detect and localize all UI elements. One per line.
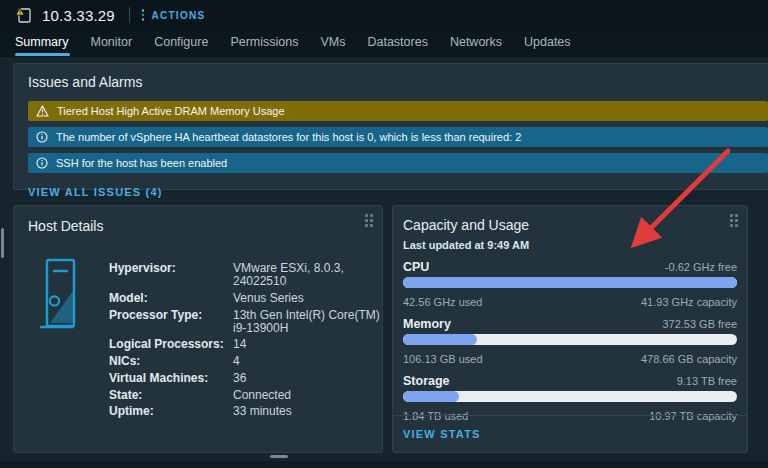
storage-usage-bar [403, 391, 737, 402]
cpu-usage-bar [403, 277, 737, 288]
vertical-scrollbar-thumb[interactable] [1, 228, 4, 258]
cpu-free-value: -0.62 GHz free [665, 261, 737, 273]
last-updated-text: Last updated at 9:49 AM [403, 239, 737, 251]
field-label: Model: [109, 292, 233, 305]
tab-networks[interactable]: Networks [439, 30, 513, 57]
tab-permissions[interactable]: Permissions [219, 30, 309, 57]
cpu-meter: CPU -0.62 GHz free 42.56 GHz used 41.93 … [403, 260, 737, 308]
field-row-hypervisor: Hypervisor: VMware ESXi, 8.0.3, 24022510 [109, 262, 381, 288]
host-details-body: Hypervisor: VMware ESXi, 8.0.3, 24022510… [28, 258, 368, 418]
tab-updates[interactable]: Updates [513, 30, 582, 57]
memory-label: Memory [403, 317, 451, 331]
field-label: State: [109, 389, 233, 402]
field-label: Uptime: [109, 405, 233, 418]
actions-button[interactable]: ACTIONS [151, 10, 205, 21]
field-row-state: State: Connected [109, 389, 381, 402]
field-row-uptime: Uptime: 33 minutes [109, 405, 381, 418]
storage-label: Storage [403, 374, 450, 388]
host-details-title: Host Details [28, 218, 368, 234]
alert-text: Tiered Host High Active DRAM Memory Usag… [57, 105, 285, 117]
field-row-model: Model: Venus Series [109, 292, 381, 305]
field-label: Virtual Machines: [109, 372, 233, 385]
capacity-panel-title: Capacity and Usage [403, 217, 737, 233]
field-row-virtual-machines: Virtual Machines: 36 [109, 372, 381, 385]
drag-handle-icon[interactable] [730, 214, 738, 227]
tab-vms[interactable]: VMs [309, 30, 356, 57]
cpu-label: CPU [403, 260, 429, 274]
host-illustration-column [28, 258, 109, 418]
capacity-panel-footer: VIEW STATS [393, 415, 747, 452]
tab-summary[interactable]: Summary [2, 30, 79, 57]
alert-row-ssh-enabled-info[interactable]: SSH for the host has been enabled [28, 153, 768, 173]
capacity-and-usage-panel: Capacity and Usage Last updated at 9:49 … [392, 205, 748, 453]
storage-free-value: 9.13 TB free [677, 375, 737, 387]
field-value: 14 [233, 338, 381, 351]
view-stats-link[interactable]: VIEW STATS [403, 428, 481, 440]
field-row-processor-type: Processor Type: 13th Gen Intel(R) Core(T… [109, 309, 381, 335]
alert-text: The number of vSphere HA heartbeat datas… [56, 131, 521, 143]
alert-text: SSH for the host has been enabled [56, 157, 227, 169]
alert-row-dram-warning[interactable]: Tiered Host High Active DRAM Memory Usag… [28, 101, 768, 121]
host-details-panel: Host Details Hypervisor: VMware ESXi, 8.… [13, 205, 383, 453]
field-value: 33 minutes [233, 405, 381, 418]
memory-free-value: 372.53 GB free [662, 318, 737, 330]
memory-used-value: 106.13 GB used [403, 353, 483, 365]
memory-meter: Memory 372.53 GB free 106.13 GB used 478… [403, 317, 737, 365]
issues-and-alarms-panel: Issues and Alarms Tiered Host High Activ… [13, 63, 768, 190]
tab-bar: Summary Monitor Configure Permissions VM… [0, 30, 768, 57]
host-alert-icon [14, 5, 34, 25]
field-value: 13th Gen Intel(R) Core(TM) i9-13900H [233, 309, 381, 335]
field-value: 4 [233, 355, 381, 368]
warning-triangle-icon [36, 105, 49, 117]
cpu-usage-fill [403, 277, 737, 288]
vsphere-host-summary-page: 10.3.33.29 ACTIONS Summary Monitor Confi… [0, 0, 768, 468]
header-divider [129, 7, 130, 23]
host-name: 10.3.33.29 [42, 7, 115, 24]
field-row-logical-processors: Logical Processors: 14 [109, 338, 381, 351]
alert-list: Tiered Host High Active DRAM Memory Usag… [28, 101, 768, 173]
tab-monitor[interactable]: Monitor [79, 30, 143, 57]
cpu-capacity-value: 41.93 GHz capacity [641, 296, 737, 308]
info-circle-icon [36, 131, 48, 143]
info-circle-icon [36, 157, 48, 169]
field-value: VMware ESXi, 8.0.3, 24022510 [233, 262, 381, 288]
field-value: Connected [233, 389, 381, 402]
object-header: 10.3.33.29 ACTIONS [0, 0, 768, 30]
cpu-used-value: 42.56 GHz used [403, 296, 483, 308]
memory-usage-bar [403, 334, 737, 345]
field-label: NICs: [109, 355, 233, 368]
issues-panel-title: Issues and Alarms [28, 74, 768, 90]
field-label: Processor Type: [109, 309, 233, 335]
field-label: Hypervisor: [109, 262, 233, 288]
alert-row-ha-heartbeat-info[interactable]: The number of vSphere HA heartbeat datas… [28, 127, 768, 147]
tab-configure[interactable]: Configure [143, 30, 219, 57]
memory-usage-fill [403, 334, 477, 345]
esxi-host-icon [38, 258, 82, 340]
memory-capacity-value: 478.66 GB capacity [641, 353, 737, 365]
field-label: Logical Processors: [109, 338, 233, 351]
tab-datastores[interactable]: Datastores [356, 30, 438, 57]
storage-usage-fill [403, 391, 459, 402]
bottom-strip [0, 461, 768, 468]
field-row-nics: NICs: 4 [109, 355, 381, 368]
field-value: 36 [233, 372, 381, 385]
view-all-issues-link[interactable]: VIEW ALL ISSUES (4) [28, 186, 163, 198]
field-value: Venus Series [233, 292, 381, 305]
host-details-fields: Hypervisor: VMware ESXi, 8.0.3, 24022510… [109, 258, 381, 418]
actions-menu-icon[interactable] [142, 9, 145, 21]
horizontal-scrollbar-thumb[interactable] [270, 455, 288, 458]
drag-handle-icon[interactable] [365, 214, 373, 227]
